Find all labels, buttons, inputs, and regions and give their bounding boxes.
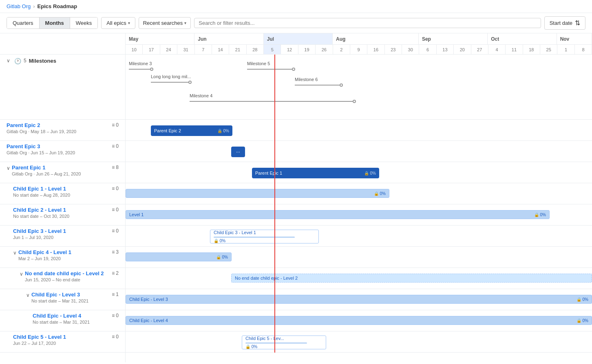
epic-title-child-epic-5[interactable]: Child Epic 5 - Level 1 (13, 334, 66, 340)
epic-icon: ≡ (112, 249, 115, 255)
no-end-date-bar[interactable]: No end date child epic - Level 2 (231, 274, 592, 283)
parent-epic-2-bar[interactable]: Parent Epic 2 🔒 0% (151, 125, 232, 136)
epic-icon: ≡ (112, 122, 115, 128)
epic-icon: ≡ (112, 186, 115, 191)
milestone-6-label: Milestone 6 (295, 77, 343, 82)
week-26: 26 (316, 45, 333, 54)
epic-title-child-epic-1[interactable]: Child Epic 1 - Level 1 (13, 186, 70, 192)
epic-title-no-end[interactable]: No end date child epic - Level 2 (25, 270, 104, 276)
child-epic-4-timeline: 🔒 0% (126, 247, 592, 268)
child-level-4-bar[interactable]: Child Epic - Level 4 🔒 0% (126, 316, 592, 325)
epic-info: Parent Epic 3 Gitlab Org · Jun 15 – Jun … (7, 143, 75, 155)
child-epic-3-bar[interactable]: Child Epic 3 - Level 1 🔒 0% (210, 230, 319, 243)
bar-progress: 🔒 0% (374, 191, 386, 196)
months-button[interactable]: Months (40, 18, 70, 29)
epic-info-with-toggle: ∨ Parent Epic 1 Gitlab Org · Jun 26 – Au… (7, 164, 81, 176)
child-epic-5-timeline: Child Epic 5 - Lev... 🔒 0% (126, 331, 592, 353)
sort-icon: ⇅ (575, 19, 580, 27)
epic-title-parent-epic-1[interactable]: Parent Epic 1 (12, 164, 81, 171)
bar-label: Child Epic 5 - Lev... (245, 336, 323, 341)
child-epic-2-bar[interactable]: Level 1 🔒 0% (126, 210, 550, 219)
epic-title-level-3[interactable]: Child Epic - Level 3 (31, 292, 88, 298)
bar-label: Child Epic - Level 4 (129, 318, 577, 323)
child-epic-4-bar[interactable]: 🔒 0% (126, 252, 232, 261)
parent-epic-1-timeline: Parent Epic 1 🔒 0% (126, 162, 592, 183)
count-label: 0 (116, 143, 119, 149)
epic-row-child-level-4-sidebar: Child Epic - Level 4 No start date – Mar… (0, 310, 125, 331)
milestones-timeline: Milestone 3 Long long long mil... (126, 55, 592, 120)
count-label: 2 (116, 270, 119, 276)
bar-progress: 🔒 0% (577, 297, 588, 302)
month-aug: Aug (333, 33, 419, 44)
week-1-nov: 1 (557, 45, 574, 54)
epic-count-no-end: ≡ 2 (112, 270, 119, 276)
recent-searches-dropdown[interactable]: Recent searches ▾ (139, 17, 191, 29)
epic-title-parent-epic-2[interactable]: Parent Epic 2 (7, 122, 76, 128)
month-may: May (126, 33, 194, 44)
week-5-jul: 5 (264, 45, 281, 54)
epic-title-parent-epic-3[interactable]: Parent Epic 3 (7, 143, 75, 149)
child-level-4-timeline: Child Epic - Level 4 🔒 0% (126, 310, 592, 331)
child-epic-3-timeline: Child Epic 3 - Level 1 🔒 0% (126, 226, 592, 247)
timeline-container: May Jun Jul Aug Sep Oct Nov 10 17 24 (126, 33, 592, 362)
epic-count-child-2: ≡ 0 (112, 207, 119, 213)
collapse-toggle-milestones[interactable]: ∨ (7, 58, 10, 64)
epic-count-parent-epic-3: ≡ 0 (112, 143, 119, 149)
collapse-toggle-level-3[interactable]: ∨ (26, 292, 30, 298)
week-2-aug: 2 (333, 45, 350, 54)
epic-title-level-4[interactable]: Child Epic - Level 4 (33, 313, 90, 319)
parent-epic-3-timeline: ··· (126, 141, 592, 162)
epic-subtitle-parent-epic-3: Gitlab Org · Jun 15 – Jun 19, 2020 (7, 150, 75, 155)
search-input[interactable] (199, 20, 536, 26)
search-bar[interactable] (194, 18, 541, 28)
view-switcher: Quarters Months Weeks (7, 17, 98, 29)
bar-progress: 🔒 0% (217, 129, 229, 133)
epic-title-child-epic-2[interactable]: Child Epic 2 - Level 1 (13, 207, 69, 213)
epic-subtitle-child-epic-1: No start date – Aug 28, 2020 (13, 193, 70, 197)
quarters-button[interactable]: Quarters (7, 18, 40, 29)
epic-info: Parent Epic 2 Gitlab Org · May 18 – Jun … (7, 122, 76, 134)
parent-epic-1-bar[interactable]: Parent Epic 1 🔒 0% (252, 168, 379, 178)
bar-label: Child Epic - Level 3 (129, 297, 577, 302)
child-level-3-bar[interactable]: Child Epic - Level 3 🔒 0% (126, 295, 592, 304)
breadcrumb-org[interactable]: Gitlab Org (7, 3, 31, 9)
milestone-5-label: Milestone 5 (247, 61, 295, 66)
collapse-toggle-no-end[interactable]: ∨ (20, 271, 23, 277)
timeline-header: May Jun Jul Aug Sep Oct Nov 10 17 24 (126, 33, 592, 55)
epic-title-child-epic-4[interactable]: Child Epic 4 - Level 1 (18, 249, 71, 255)
week-12: 12 (281, 45, 298, 54)
epic-subtitle-child-epic-3: Jun 1 – Jul 10, 2020 (13, 235, 66, 240)
bar-label: Parent Epic 1 (255, 171, 364, 175)
collapse-toggle-child-epic-4[interactable]: ∨ (13, 250, 17, 256)
breadcrumb-current: Epics Roadmap (38, 3, 77, 9)
week-6-sep: 6 (419, 45, 436, 54)
sort-button[interactable]: Start date ⇅ (544, 16, 585, 30)
epic-title-child-epic-3[interactable]: Child Epic 3 - Level 1 (13, 228, 66, 234)
epic-row-child-level-3-sidebar: ∨ Child Epic - Level 3 No start date – M… (0, 289, 125, 310)
epic-icon: ≡ (112, 292, 115, 297)
epic-count-child-5: ≡ 0 (112, 334, 119, 340)
child-epic-5-bar[interactable]: Child Epic 5 - Lev... 🔒 0% (242, 335, 326, 349)
epic-subtitle-level-3: No start date – Mar 31, 2021 (31, 298, 88, 303)
epic-icon: ≡ (112, 334, 115, 340)
bar-progress-bar (214, 237, 295, 238)
milestone-3-label: Milestone 3 (129, 61, 153, 66)
weeks-button[interactable]: Weeks (70, 18, 98, 29)
count-label: 3 (116, 249, 119, 255)
bar-ellipsis: ··· (236, 149, 240, 155)
child-epic-1-bar[interactable]: 🔒 0% (126, 189, 389, 198)
month-nov: Nov (557, 33, 592, 44)
epic-icon: ≡ (112, 228, 115, 234)
all-epics-dropdown[interactable]: All epics ▾ (101, 17, 135, 29)
week-11: 11 (506, 45, 523, 54)
week-25: 25 (540, 45, 557, 54)
epic-row-parent-epic-3-sidebar: Parent Epic 3 Gitlab Org · Jun 15 – Jun … (0, 141, 125, 162)
count-label: 1 (116, 292, 119, 297)
count-label: 0 (116, 313, 119, 318)
parent-epic-3-bar[interactable]: ··· (231, 147, 245, 157)
milestone-count-badge: 5 (24, 58, 27, 64)
bar-progress: 🔒 0% (245, 344, 323, 349)
collapse-toggle-parent-epic-1[interactable]: ∨ (7, 165, 10, 171)
epic-row-child-epic-4-level-1-sidebar: ∨ Child Epic 4 - Level 1 Mar 2 – Jun 19,… (0, 247, 125, 268)
milestones-sidebar: ∨ 🕐 5 Milestones (0, 55, 125, 120)
